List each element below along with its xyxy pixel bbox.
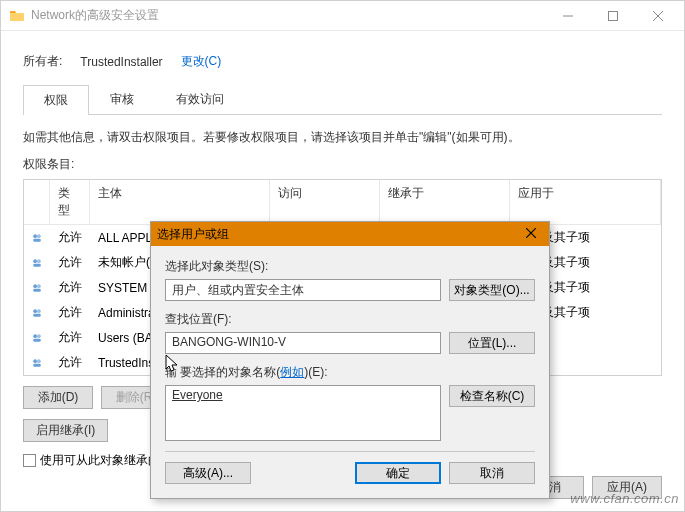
location-field: BANGONG-WIN10-V <box>165 332 441 354</box>
svg-rect-18 <box>33 363 41 366</box>
location-label: 查找位置(F): <box>165 311 535 328</box>
svg-point-11 <box>37 309 41 313</box>
table-header: 类型 主体 访问 继承于 应用于 <box>24 180 661 225</box>
owner-value: TrustedInstaller <box>80 55 162 69</box>
svg-point-1 <box>33 234 37 238</box>
window-controls <box>545 1 680 30</box>
principal-icon <box>24 228 50 248</box>
dialog-body: 选择此对象类型(S): 用户、组或内置安全主体 对象类型(O)... 查找位置(… <box>151 246 549 498</box>
select-user-group-dialog: 选择用户或组 选择此对象类型(S): 用户、组或内置安全主体 对象类型(O)..… <box>150 221 550 499</box>
svg-point-5 <box>37 259 41 263</box>
owner-row: 所有者: TrustedInstaller 更改(C) <box>23 53 662 70</box>
svg-point-13 <box>33 334 37 338</box>
svg-rect-0 <box>608 11 617 20</box>
disable-inherit-button[interactable]: 启用继承(I) <box>23 419 108 442</box>
names-label-suffix: )(E): <box>304 365 327 379</box>
tabs: 权限 审核 有效访问 <box>23 84 662 115</box>
dialog-title: 选择用户或组 <box>157 226 519 243</box>
object-names-input[interactable]: Everyone <box>165 385 441 441</box>
cell-type: 允许 <box>50 227 90 248</box>
svg-point-8 <box>37 284 41 288</box>
dialog-titlebar: 选择用户或组 <box>151 222 549 246</box>
principal-icon <box>24 303 50 323</box>
advanced-button[interactable]: 高级(A)... <box>165 462 251 484</box>
col-type[interactable]: 类型 <box>50 180 90 224</box>
principal-icon <box>24 328 50 348</box>
change-owner-link[interactable]: 更改(C) <box>181 53 222 70</box>
object-type-field: 用户、组或内置安全主体 <box>165 279 441 301</box>
svg-rect-6 <box>33 263 41 266</box>
owner-label: 所有者: <box>23 53 62 70</box>
svg-rect-12 <box>33 313 41 316</box>
svg-rect-9 <box>33 288 41 291</box>
divider <box>165 451 535 452</box>
svg-point-17 <box>37 359 41 363</box>
principal-icon <box>24 278 50 298</box>
tab-audit[interactable]: 审核 <box>89 84 155 114</box>
svg-point-7 <box>33 284 37 288</box>
dialog-ok-button[interactable]: 确定 <box>355 462 441 484</box>
window-title: Network的高级安全设置 <box>31 7 545 24</box>
svg-rect-3 <box>33 238 41 241</box>
object-type-label: 选择此对象类型(S): <box>165 258 535 275</box>
maximize-button[interactable] <box>590 1 635 30</box>
list-label: 权限条目: <box>23 156 662 173</box>
watermark: www.cfan.com.cn <box>570 491 679 506</box>
col-icon[interactable] <box>24 180 50 224</box>
principal-icon <box>24 253 50 273</box>
svg-point-2 <box>37 234 41 238</box>
col-inherit[interactable]: 继承于 <box>380 180 510 224</box>
object-names-value: Everyone <box>172 388 223 402</box>
col-apply[interactable]: 应用于 <box>510 180 661 224</box>
dialog-close-button[interactable] <box>519 227 543 241</box>
check-names-button[interactable]: 检查名称(C) <box>449 385 535 407</box>
names-label: 输 要选择的对象名称(例如)(E): <box>165 364 535 381</box>
instructions-text: 如需其他信息，请双击权限项目。若要修改权限项目，请选择该项目并单击"编辑"(如果… <box>23 129 662 146</box>
dialog-footer: 高级(A)... 确定 取消 <box>165 462 535 484</box>
col-access[interactable]: 访问 <box>270 180 380 224</box>
dialog-cancel-button[interactable]: 取消 <box>449 462 535 484</box>
svg-point-16 <box>33 359 37 363</box>
cell-type: 允许 <box>50 252 90 273</box>
names-label-prefix: 输 要选择的对象名称( <box>165 365 280 379</box>
minimize-button[interactable] <box>545 1 590 30</box>
svg-point-10 <box>33 309 37 313</box>
add-button[interactable]: 添加(D) <box>23 386 93 409</box>
object-types-button[interactable]: 对象类型(O)... <box>449 279 535 301</box>
example-link[interactable]: 例如 <box>280 365 304 379</box>
close-button[interactable] <box>635 1 680 30</box>
col-principal[interactable]: 主体 <box>90 180 270 224</box>
titlebar: Network的高级安全设置 <box>1 1 684 31</box>
folder-icon <box>9 8 25 24</box>
cell-type: 允许 <box>50 277 90 298</box>
tab-permissions[interactable]: 权限 <box>23 85 89 115</box>
cell-type: 允许 <box>50 352 90 373</box>
svg-point-4 <box>33 259 37 263</box>
svg-rect-15 <box>33 338 41 341</box>
cell-type: 允许 <box>50 302 90 323</box>
tab-effective[interactable]: 有效访问 <box>155 84 245 114</box>
replace-child-checkbox[interactable] <box>23 454 36 467</box>
cell-type: 允许 <box>50 327 90 348</box>
principal-icon <box>24 353 50 373</box>
svg-point-14 <box>37 334 41 338</box>
locations-button[interactable]: 位置(L)... <box>449 332 535 354</box>
